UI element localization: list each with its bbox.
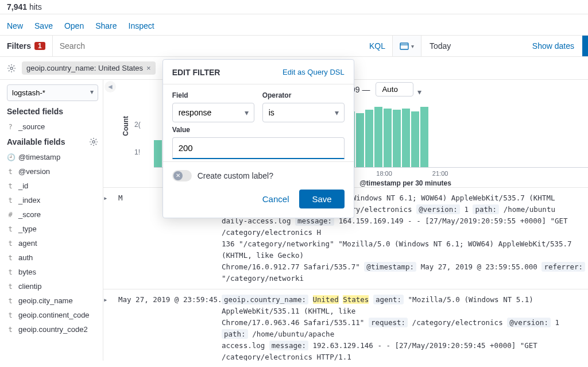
filters-label-box[interactable]: Filters 1 — [0, 36, 53, 56]
field-pill: @version: — [507, 318, 551, 327]
gear-icon[interactable] — [89, 137, 98, 146]
field-_type[interactable]: t_type — [7, 222, 98, 236]
histogram-bar[interactable] — [420, 107, 428, 167]
interval-select[interactable]: Auto — [376, 82, 413, 96]
tab-save[interactable]: Save — [34, 21, 53, 30]
show-dates-link[interactable]: Show dates — [532, 41, 574, 51]
refresh-button-edge[interactable] — [582, 36, 588, 56]
field-pill: geoip.country_name: — [222, 295, 308, 304]
operator-select[interactable]: is — [262, 103, 345, 122]
field-type-icon: t — [7, 268, 14, 276]
field-_source[interactable]: ?_source — [7, 119, 98, 134]
field-agent[interactable]: tagent — [7, 236, 98, 250]
field-pill: path: — [222, 329, 248, 339]
field-name: auth — [18, 253, 33, 262]
search-input[interactable] — [53, 36, 362, 56]
field-_score[interactable]: #_score — [7, 207, 98, 222]
expand-icon[interactable]: ▸ — [103, 294, 111, 361]
field-type-icon: t — [7, 239, 14, 248]
field-pill: path: — [473, 204, 499, 214]
svg-point-2 — [10, 67, 13, 69]
field-type-icon: t — [7, 225, 14, 233]
search-bar: Filters 1 KQL ▾ Today Show dates — [0, 36, 588, 57]
field-pill: message: — [269, 341, 308, 350]
hits-label: hits — [29, 2, 42, 11]
edit-filter-popover: EDIT FILTER Edit as Query DSL Field resp… — [163, 59, 354, 218]
field-select[interactable]: response — [172, 103, 254, 122]
sidebar: logstash-* Selected fields ?_source Avai… — [0, 80, 103, 361]
histogram-bar[interactable] — [402, 109, 410, 167]
field-auth[interactable]: tauth — [7, 250, 98, 265]
histogram-bar[interactable] — [384, 109, 392, 167]
date-value[interactable]: Today — [430, 41, 451, 51]
selected-fields-title: Selected fields — [7, 107, 98, 116]
field-name: _id — [18, 181, 28, 190]
field-clientip[interactable]: tclientip — [7, 279, 98, 293]
filter-settings-gear-icon[interactable] — [7, 64, 16, 73]
field-label: Field — [172, 91, 254, 99]
custom-label-toggle[interactable]: ✕ — [172, 170, 192, 181]
hits-count: 7,941 — [7, 2, 27, 11]
field-type-icon: t — [7, 168, 14, 176]
field-@version[interactable]: t@version — [7, 164, 98, 179]
calendar-icon — [400, 41, 409, 51]
doc-timestamp: May 27, 2019 @ 23:59:45.000 — [118, 294, 215, 361]
field-pill: @timestamp: — [364, 262, 416, 272]
field-name: agent — [18, 239, 37, 248]
save-button[interactable]: Save — [299, 190, 344, 208]
field-type-icon: t — [7, 254, 14, 262]
histogram-bar[interactable] — [411, 111, 419, 167]
field-bytes[interactable]: tbytes — [7, 265, 98, 279]
field-geoip.city_name[interactable]: tgeoip.city_name — [7, 293, 98, 308]
value-input[interactable] — [172, 137, 345, 159]
collapse-sidebar-button[interactable]: ◄ — [105, 81, 116, 92]
chart-ylabel: Count — [122, 116, 130, 136]
field-type-icon: ? — [7, 123, 14, 131]
field-pill: referrer: — [541, 262, 585, 272]
filters-count-badge: 1 — [34, 42, 45, 50]
highlight: United — [313, 295, 339, 304]
histogram-bar[interactable] — [365, 110, 373, 167]
field-geoip.continent_code[interactable]: tgeoip.continent_code — [7, 308, 98, 322]
tab-open[interactable]: Open — [64, 21, 84, 30]
field-type-icon: t — [7, 283, 14, 291]
document-row: ▸May 27, 2019 @ 23:59:45.000geoip.countr… — [103, 289, 588, 361]
highlight: States — [343, 295, 369, 304]
expand-icon[interactable]: ▸ — [103, 192, 111, 284]
histogram-bar[interactable] — [154, 140, 162, 167]
field-type-icon: t — [7, 297, 14, 305]
value-label: Value — [172, 126, 345, 134]
field-_id[interactable]: t_id — [7, 179, 98, 193]
calendar-button[interactable]: ▾ — [393, 36, 421, 56]
filter-pills-row: geoip.country_name: United States × + Ad… — [0, 57, 588, 80]
tab-inspect[interactable]: Inspect — [129, 21, 154, 30]
chart-yaxis: 2( 1! — [134, 99, 152, 156]
histogram-bar[interactable] — [356, 113, 364, 167]
kql-toggle[interactable]: KQL — [362, 36, 392, 56]
field-name: _source — [18, 122, 45, 131]
close-icon[interactable]: × — [146, 64, 151, 72]
histogram-bar[interactable] — [374, 107, 382, 167]
edit-as-dsl-link[interactable]: Edit as Query DSL — [283, 68, 345, 76]
svg-rect-0 — [400, 43, 408, 49]
field-pill: agent: — [373, 295, 404, 304]
tab-new[interactable]: New — [7, 21, 23, 30]
cancel-button[interactable]: Cancel — [262, 190, 289, 208]
field-geoip.country_code2[interactable]: tgeoip.country_code2 — [7, 322, 98, 337]
index-pattern-select[interactable]: logstash-* — [7, 84, 98, 101]
field-type-icon: t — [7, 326, 14, 334]
field-_index[interactable]: t_index — [7, 193, 98, 207]
field-name: _index — [18, 196, 40, 204]
field-type-icon: t — [7, 182, 14, 190]
histogram-bar[interactable] — [393, 110, 401, 167]
hits-bar: 7,941 hits — [0, 0, 588, 14]
field-name: _type — [18, 225, 37, 233]
tab-share[interactable]: Share — [95, 21, 117, 30]
close-icon: ✕ — [173, 171, 183, 180]
top-tabs: New Save Open Share Inspect — [0, 14, 588, 36]
field-name: geoip.city_name — [18, 296, 73, 305]
field-@timestamp[interactable]: 🕘@timestamp — [7, 150, 98, 164]
operator-label: Operator — [262, 91, 345, 99]
field-name: bytes — [18, 268, 36, 276]
filter-pill-geoip[interactable]: geoip.country_name: United States × — [22, 61, 156, 75]
